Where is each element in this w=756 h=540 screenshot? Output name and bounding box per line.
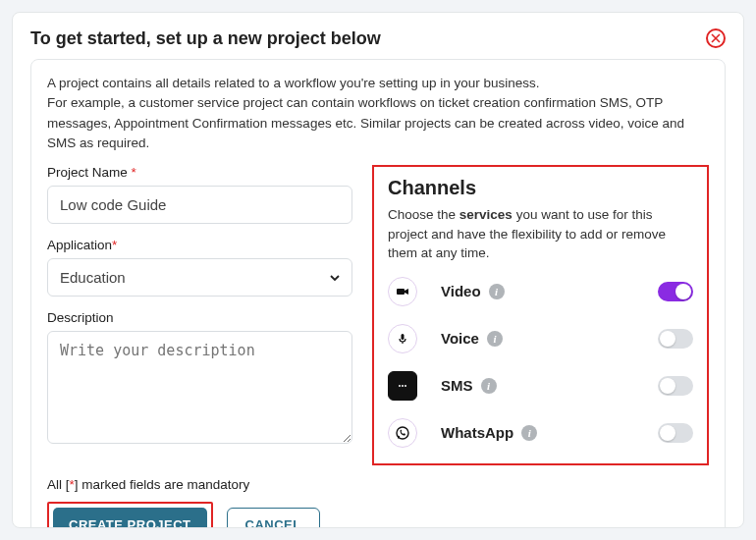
- channel-row-sms: SMS i: [388, 371, 693, 401]
- channel-label: WhatsApp: [441, 424, 513, 441]
- close-icon: [711, 33, 721, 43]
- create-button-highlight: CREATE PROJECT: [47, 502, 213, 528]
- project-name-field: Project Name *: [47, 165, 352, 224]
- voice-icon: [388, 324, 417, 353]
- video-toggle[interactable]: [658, 282, 693, 301]
- svg-point-4: [405, 385, 406, 387]
- create-project-button[interactable]: CREATE PROJECT: [53, 508, 207, 528]
- application-select-wrap: Education: [47, 258, 352, 297]
- cancel-button[interactable]: CANCEL: [227, 508, 320, 528]
- close-button[interactable]: [706, 28, 726, 48]
- channels-title: Channels: [388, 177, 693, 199]
- project-name-input[interactable]: [47, 186, 352, 224]
- channels-description: Choose the services you want to use for …: [388, 205, 693, 263]
- application-field: Application* Education: [47, 238, 352, 297]
- button-row: CREATE PROJECT CANCEL: [47, 502, 709, 528]
- svg-rect-0: [397, 289, 405, 295]
- application-select[interactable]: Education: [47, 258, 352, 297]
- channel-label: Video: [441, 283, 481, 299]
- channel-label: Voice: [441, 330, 479, 347]
- required-mark: *: [132, 165, 136, 180]
- video-icon: [388, 277, 417, 306]
- whatsapp-icon: [388, 418, 417, 448]
- intro-text: A project contains all details related t…: [47, 74, 709, 153]
- channel-row-whatsapp: WhatsApp i: [388, 418, 693, 448]
- sms-icon: [388, 371, 417, 401]
- info-icon[interactable]: i: [487, 331, 503, 347]
- channels-panel: Channels Choose the services you want to…: [372, 165, 709, 465]
- project-name-label: Project Name *: [47, 165, 352, 180]
- sms-toggle[interactable]: [658, 376, 693, 396]
- svg-point-2: [399, 385, 401, 387]
- form-grid: Project Name * Application* Education: [47, 165, 709, 465]
- description-field: Description: [47, 310, 352, 447]
- form-left-column: Project Name * Application* Education: [47, 165, 352, 465]
- whatsapp-toggle[interactable]: [658, 423, 693, 443]
- channel-label: SMS: [441, 377, 473, 394]
- required-mark: *: [112, 238, 117, 252]
- info-icon[interactable]: i: [521, 425, 537, 441]
- channel-row-video: Video i: [388, 277, 693, 306]
- info-icon[interactable]: i: [489, 284, 505, 299]
- description-label: Description: [47, 310, 352, 325]
- intro-line2: For example, a customer service project …: [47, 95, 684, 150]
- form-card: A project contains all details related t…: [30, 59, 726, 528]
- voice-toggle[interactable]: [658, 329, 693, 349]
- svg-point-3: [402, 385, 404, 387]
- svg-rect-1: [402, 334, 405, 340]
- modal-header: To get started, set up a new project bel…: [30, 28, 726, 49]
- modal-container: To get started, set up a new project bel…: [12, 12, 744, 528]
- info-icon[interactable]: i: [481, 378, 497, 394]
- modal-title: To get started, set up a new project bel…: [30, 28, 381, 49]
- application-label: Application*: [47, 238, 352, 252]
- description-textarea[interactable]: [47, 331, 352, 444]
- channel-row-voice: Voice i: [388, 324, 693, 353]
- intro-line1: A project contains all details related t…: [47, 76, 540, 90]
- mandatory-note: All [*] marked fields are mandatory: [47, 477, 709, 492]
